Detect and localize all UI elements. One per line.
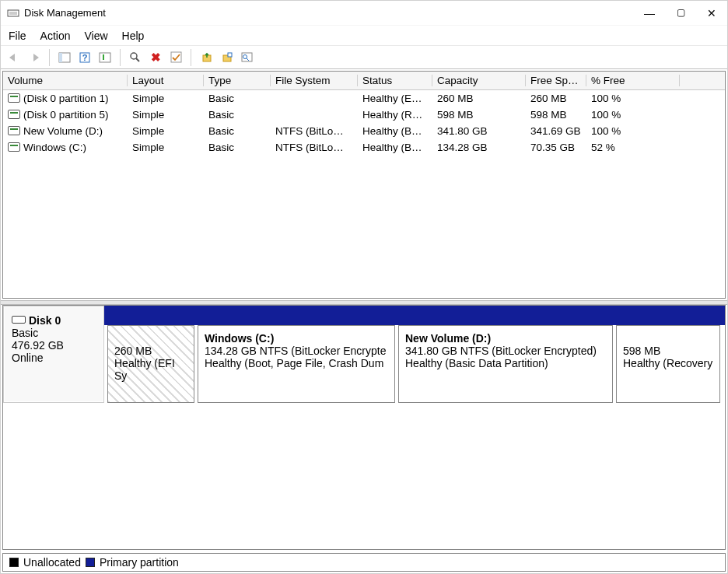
app-icon bbox=[7, 7, 19, 19]
cell-fs: NTFS (BitLo… bbox=[271, 125, 358, 137]
swatch-unallocated bbox=[9, 558, 19, 567]
volume-icon bbox=[8, 110, 20, 119]
col-capacity[interactable]: Capacity bbox=[432, 75, 526, 86]
partition-efi[interactable]: 260 MB Healthy (EFI Sy bbox=[107, 325, 194, 403]
svg-rect-12 bbox=[228, 53, 232, 57]
legend-primary: Primary partition bbox=[100, 556, 179, 569]
col-free[interactable]: Free Sp… bbox=[526, 75, 586, 86]
partition-size: 260 MB bbox=[114, 345, 187, 357]
legend: Unallocated Primary partition bbox=[2, 553, 726, 572]
help-button[interactable]: ? bbox=[76, 49, 93, 66]
disk-row: Disk 0 Basic 476.92 GB Online 260 MB Hea… bbox=[3, 306, 725, 403]
volume-header-row: Volume Layout Type File System Status Ca… bbox=[3, 72, 725, 90]
find-button[interactable] bbox=[127, 49, 144, 66]
partition-windows-c[interactable]: Windows (C:) 134.28 GB NTFS (BitLocker E… bbox=[198, 325, 395, 403]
toolbar-separator bbox=[49, 49, 50, 66]
disk-icon bbox=[12, 316, 26, 324]
volume-icon bbox=[8, 142, 20, 152]
menu-file[interactable]: File bbox=[9, 30, 26, 42]
col-filesystem[interactable]: File System bbox=[271, 75, 358, 86]
col-status[interactable]: Status bbox=[358, 75, 432, 86]
svg-point-7 bbox=[131, 53, 137, 59]
cell-type: Basic bbox=[204, 125, 271, 137]
svg-rect-9 bbox=[171, 52, 181, 62]
disk-name: Disk 0 bbox=[29, 314, 61, 327]
window-title: Disk Management bbox=[24, 7, 106, 19]
table-row[interactable]: (Disk 0 partition 1) Simple Basic Health… bbox=[3, 90, 725, 107]
cell-layout: Simple bbox=[128, 142, 204, 153]
partition-status: Healthy (EFI Sy bbox=[114, 357, 187, 382]
cell-cap: 134.28 GB bbox=[432, 142, 526, 153]
svg-rect-3 bbox=[59, 53, 62, 62]
cell-status: Healthy (B… bbox=[358, 142, 432, 153]
cell-status: Healthy (B… bbox=[358, 125, 432, 137]
disk-info-box[interactable]: Disk 0 Basic 476.92 GB Online bbox=[3, 306, 104, 403]
cell-free: 70.35 GB bbox=[526, 142, 586, 153]
cell-volume: Windows (C:) bbox=[23, 142, 86, 153]
cell-pct: 52 % bbox=[586, 142, 680, 153]
col-layout[interactable]: Layout bbox=[128, 75, 204, 86]
cell-pct: 100 % bbox=[586, 93, 680, 104]
cell-cap: 341.80 GB bbox=[432, 125, 526, 137]
cell-volume: (Disk 0 partition 1) bbox=[23, 93, 109, 104]
menubar: File Action View Help bbox=[1, 26, 727, 46]
back-button[interactable] bbox=[5, 49, 23, 66]
cell-status: Healthy (R… bbox=[358, 109, 432, 121]
swatch-primary bbox=[86, 558, 95, 567]
cell-free: 598 MB bbox=[526, 109, 586, 121]
col-pctfree[interactable]: % Free bbox=[586, 75, 680, 86]
cell-cap: 598 MB bbox=[432, 109, 526, 121]
partition-status: Healthy (Basic Data Partition) bbox=[405, 357, 606, 369]
close-button[interactable]: ✕ bbox=[707, 7, 716, 19]
table-row[interactable]: Windows (C:) Simple Basic NTFS (BitLo… H… bbox=[3, 139, 725, 156]
cell-type: Basic bbox=[204, 142, 271, 153]
cell-type: Basic bbox=[204, 109, 271, 121]
cell-layout: Simple bbox=[128, 109, 204, 121]
volume-rows: (Disk 0 partition 1) Simple Basic Health… bbox=[3, 90, 725, 156]
table-row[interactable]: New Volume (D:) Simple Basic NTFS (BitLo… bbox=[3, 123, 725, 139]
partition-detail: 134.28 GB NTFS (BitLocker Encrypte bbox=[205, 345, 388, 357]
partition-header-strip bbox=[104, 306, 725, 325]
cell-cap: 260 MB bbox=[432, 93, 526, 104]
toolbar-separator bbox=[120, 49, 121, 66]
cell-layout: Simple bbox=[128, 125, 204, 137]
disk-size: 476.92 GB bbox=[12, 339, 96, 352]
svg-line-8 bbox=[136, 58, 139, 61]
cell-pct: 100 % bbox=[586, 125, 680, 137]
toolbar: ? ✖ bbox=[1, 46, 727, 69]
partition-label: New Volume (D:) bbox=[405, 332, 606, 345]
partition-detail: 341.80 GB NTFS (BitLocker Encrypted) bbox=[405, 345, 606, 357]
window-controls: — ▢ ✕ bbox=[644, 7, 721, 19]
partition-recovery[interactable]: 598 MB Healthy (Recovery bbox=[616, 325, 720, 403]
col-volume[interactable]: Volume bbox=[3, 75, 128, 86]
show-hide-console-tree-button[interactable] bbox=[56, 49, 73, 66]
col-type[interactable]: Type bbox=[204, 75, 271, 86]
cell-free: 341.69 GB bbox=[526, 125, 586, 137]
partition-new-volume-d[interactable]: New Volume (D:) 341.80 GB NTFS (BitLocke… bbox=[398, 325, 613, 403]
volume-icon bbox=[8, 93, 20, 103]
toggle-checkboxes-button[interactable] bbox=[167, 49, 184, 66]
disk-state: Online bbox=[12, 352, 96, 364]
table-row[interactable]: (Disk 0 partition 5) Simple Basic Health… bbox=[3, 107, 725, 123]
disk-partition-bars: 260 MB Healthy (EFI Sy Windows (C:) 134.… bbox=[104, 306, 725, 403]
partition-status: Healthy (Boot, Page File, Crash Dum bbox=[205, 357, 388, 369]
titlebar: Disk Management — ▢ ✕ bbox=[1, 1, 727, 26]
minimize-button[interactable]: — bbox=[644, 7, 655, 19]
volume-list[interactable]: Volume Layout Type File System Status Ca… bbox=[2, 71, 726, 299]
cell-fs: NTFS (BitLo… bbox=[271, 142, 358, 153]
refresh-button[interactable] bbox=[96, 49, 114, 66]
maximize-button[interactable]: ▢ bbox=[677, 7, 685, 19]
legend-unallocated: Unallocated bbox=[23, 556, 81, 569]
disk-graphical-pane[interactable]: Disk 0 Basic 476.92 GB Online 260 MB Hea… bbox=[2, 305, 726, 550]
toolbar-separator bbox=[191, 49, 191, 66]
menu-view[interactable]: View bbox=[84, 30, 107, 42]
delete-button[interactable]: ✖ bbox=[147, 49, 164, 66]
action3-button[interactable] bbox=[238, 49, 255, 66]
cell-status: Healthy (E… bbox=[358, 93, 432, 104]
menu-action[interactable]: Action bbox=[40, 30, 71, 42]
action2-button[interactable] bbox=[218, 49, 235, 66]
cell-free: 260 MB bbox=[526, 93, 586, 104]
menu-help[interactable]: Help bbox=[122, 30, 145, 42]
forward-button[interactable] bbox=[26, 49, 43, 66]
action1-button[interactable] bbox=[198, 49, 215, 66]
